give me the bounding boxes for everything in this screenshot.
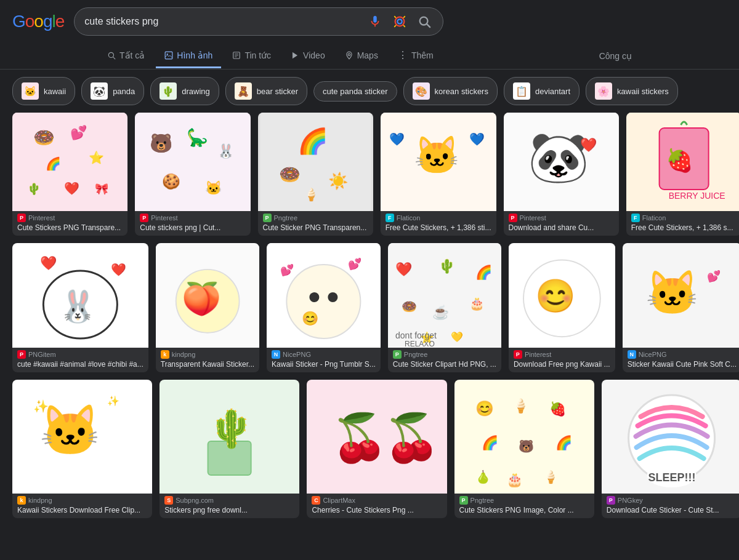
image-card[interactable]: ❤️ ❤️ 🐰 P PNGitem cute #kawaii #animal #… [12, 243, 148, 372]
search-icon[interactable] [416, 13, 433, 30]
image-card[interactable]: 🍓 BERRY JUICE F Flaticon Free Cute Stick… [626, 113, 739, 236]
tab-news[interactable]: Tin tức [224, 44, 280, 68]
grid-col-r2-3: 😊 💕 💕 N NicePNG Kawaii Sticker - Png Tum… [267, 243, 381, 372]
image-card[interactable]: 🍑 k kindpng Transparent Kawaii Sticker..… [156, 243, 259, 372]
svg-text:😊: 😊 [535, 277, 576, 316]
svg-text:❤️: ❤️ [395, 261, 413, 278]
svg-text:🍪: 🍪 [162, 172, 180, 190]
tab-more[interactable]: ⋮ Thêm [389, 43, 442, 69]
svg-text:dont forget: dont forget [395, 330, 437, 340]
image-row-1: 🍩 💕 🌈 ⭐ 🌵 ❤️ 🎀 P Pinterest [12, 113, 739, 236]
image-card[interactable]: 😊 💕 💕 N NicePNG Kawaii Sticker - Png Tum… [267, 243, 381, 372]
grid-col-6: 🍓 BERRY JUICE F Flaticon Free Cute Stick… [626, 113, 739, 236]
svg-text:🌵: 🌵 [27, 182, 41, 196]
chips-row: 🐱 kawaii 🐼 panda 🌵 drawing 🧸 bear sticke… [0, 70, 739, 113]
image-row-2: ❤️ ❤️ 🐰 P PNGitem cute #kawaii #animal #… [12, 243, 739, 372]
svg-line-4 [427, 24, 430, 27]
image-card[interactable]: 🌈 🍩 ☀️ 🍦 P Pngtree Cute Sticker PNG Tran… [258, 113, 373, 236]
svg-text:💕: 💕 [70, 124, 87, 141]
image-card[interactable]: SLEEP!!! P PNGkey Download Cute Sticker … [602, 380, 739, 518]
svg-text:💕: 💕 [348, 257, 362, 271]
svg-text:💙: 💙 [469, 132, 485, 146]
grid-col-r3-4: 😊 🍦 🍓 🌈 🐻 🌈 🍐 🎂 🍦 [454, 380, 594, 518]
tab-video[interactable]: Video [282, 44, 334, 68]
svg-text:🍒: 🍒 [383, 410, 441, 465]
svg-text:❤️: ❤️ [40, 255, 57, 271]
grid-col-r2-5: 😊 P Pinterest Download Free png Kawaii .… [509, 243, 615, 372]
svg-point-56 [309, 292, 319, 302]
svg-text:❤️: ❤️ [579, 137, 597, 153]
grid-col-2: 🐻 🦕 🐰 🍪 🐱 P Pinterest Cute stickers pn [135, 113, 250, 236]
svg-text:🐱: 🐱 [414, 134, 460, 177]
chip-korean[interactable]: 🎨 korean stickers [403, 77, 498, 105]
svg-text:🍩: 🍩 [33, 127, 55, 148]
svg-text:🦕: 🦕 [187, 127, 208, 148]
svg-line-6 [113, 57, 115, 59]
svg-text:❤️: ❤️ [64, 181, 79, 196]
svg-text:🍩: 🍩 [402, 299, 417, 314]
svg-text:🌈: 🌈 [297, 126, 328, 156]
chip-cute-panda[interactable]: cute panda sticker [313, 81, 397, 102]
svg-text:☀️: ☀️ [328, 171, 348, 191]
nav-tabs: Tất cả Hình ảnh Tin tức Video Maps ⋮ Thê… [0, 43, 739, 70]
grid-col-r2-1: ❤️ ❤️ 🐰 P PNGitem cute #kawaii #animal #… [12, 243, 148, 372]
grid-col-1: 🍩 💕 🌈 ⭐ 🌵 ❤️ 🎀 P Pinterest [12, 113, 127, 236]
svg-text:SLEEP!!!: SLEEP!!! [648, 471, 695, 484]
grid-col-3: 🌈 🍩 ☀️ 🍦 P Pngtree Cute Sticker PNG Tran… [258, 113, 373, 236]
svg-point-14 [348, 54, 350, 56]
grid-col-r2-2: 🍑 k kindpng Transparent Kawaii Sticker..… [156, 243, 259, 372]
grid-col-r3-5: SLEEP!!! P PNGkey Download Cute Sticker … [602, 380, 739, 518]
image-card[interactable]: 🐱 💙 💙 F Flaticon Free Cute Stickers, + 1… [381, 113, 496, 236]
image-card[interactable]: 🌵 S Subpng.com Stickers png free downl..… [160, 380, 299, 518]
search-bar [74, 7, 443, 36]
grid-col-4: 🐱 💙 💙 F Flaticon Free Cute Stickers, + 1… [381, 113, 496, 236]
svg-text:🌈: 🌈 [46, 156, 61, 171]
grid-col-r2-4: ❤️ 🌵 🌈 🍩 ☕ 🎂 ⭐ 💛 dont forget RELAXO [388, 243, 501, 372]
image-card[interactable]: 🐼 ❤️ P Pinterest Download and share Cu..… [504, 113, 619, 236]
microphone-icon[interactable] [366, 13, 384, 30]
grid-col-r3-3: 🍒 🍒 C ClipartMax Cherries - Cute Sticker… [307, 380, 446, 518]
svg-text:🍓: 🍓 [549, 401, 566, 417]
lens-icon[interactable] [391, 13, 408, 30]
svg-text:🐻: 🐻 [518, 439, 533, 454]
chip-drawing[interactable]: 🌵 drawing [150, 77, 219, 105]
chip-kawaii[interactable]: 🐱 kawaii [12, 77, 75, 105]
image-card[interactable]: 😊 🍦 🍓 🌈 🐻 🌈 🍐 🎂 🍦 [454, 380, 594, 518]
chip-kawaii-stickers[interactable]: 🌸 kawaii stickers [586, 77, 678, 105]
svg-text:❤️: ❤️ [111, 262, 126, 277]
image-grid: 🍩 💕 🌈 ⭐ 🌵 ❤️ 🎀 P Pinterest [0, 113, 739, 518]
chip-deviantart[interactable]: 📋 deviantart [504, 77, 579, 105]
svg-text:🌈: 🌈 [475, 264, 493, 281]
tab-images[interactable]: Hình ảnh [156, 44, 221, 68]
image-card[interactable]: ❤️ 🌵 🌈 🍩 ☕ 🎂 ⭐ 💛 dont forget RELAXO [388, 243, 501, 372]
svg-rect-7 [166, 52, 173, 59]
svg-text:🍓: 🍓 [665, 147, 693, 174]
image-card[interactable]: 🐱 💕 N NicePNG Sticker Kawaii Cute Pink S… [623, 243, 739, 372]
image-card[interactable]: 🐱 ✨ ✨ k kindpng Kawaii Stickers Download… [12, 380, 152, 518]
svg-text:☕: ☕ [432, 304, 450, 321]
svg-text:🐱: 🐱 [645, 268, 699, 319]
tab-all[interactable]: Tất cả [99, 44, 153, 68]
svg-text:🍦: 🍦 [303, 187, 318, 202]
search-input[interactable] [84, 16, 360, 27]
svg-text:🌵: 🌵 [438, 258, 456, 274]
image-card[interactable]: 🐻 🦕 🐰 🍪 🐱 P Pinterest Cute stickers pn [135, 113, 250, 236]
svg-text:💛: 💛 [451, 331, 463, 343]
chip-panda[interactable]: 🐼 panda [81, 77, 144, 105]
chip-bear-sticker[interactable]: 🧸 bear sticker [225, 77, 307, 105]
image-card[interactable]: 😊 P Pinterest Download Free png Kawaii .… [509, 243, 615, 372]
tools-button[interactable]: Công cụ [591, 45, 640, 67]
svg-text:💕: 💕 [280, 263, 294, 277]
svg-text:RELAXO: RELAXO [405, 340, 435, 348]
google-logo: Google [12, 12, 64, 31]
svg-text:🌈: 🌈 [481, 434, 498, 451]
image-card[interactable]: 🍒 🍒 C ClipartMax Cherries - Cute Sticker… [307, 380, 446, 518]
image-card[interactable]: 🍩 💕 🌈 ⭐ 🌵 ❤️ 🎀 P Pinterest [12, 113, 127, 236]
svg-text:BERRY JUICE: BERRY JUICE [668, 191, 725, 201]
image-row-3: 🐱 ✨ ✨ k kindpng Kawaii Stickers Download… [12, 380, 739, 518]
grid-col-5: 🐼 ❤️ P Pinterest Download and share Cu..… [504, 113, 619, 236]
tab-maps[interactable]: Maps [336, 44, 387, 68]
svg-text:🐱: 🐱 [39, 401, 101, 460]
svg-text:🎀: 🎀 [95, 182, 109, 196]
svg-text:🍐: 🍐 [475, 470, 490, 484]
